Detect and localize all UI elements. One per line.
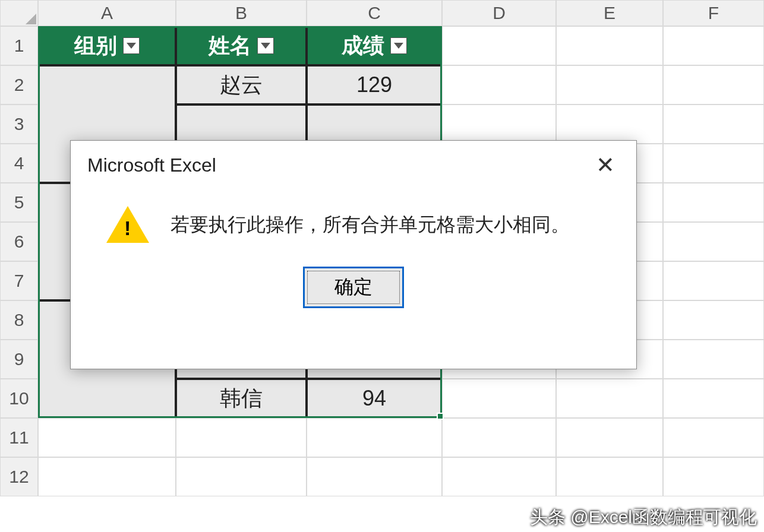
cell-F5[interactable] bbox=[663, 183, 764, 222]
header-score[interactable]: 成绩 bbox=[307, 26, 442, 65]
filter-dropdown-icon[interactable] bbox=[390, 37, 407, 54]
cell-D10[interactable] bbox=[442, 379, 556, 418]
cell-C3[interactable] bbox=[307, 104, 442, 144]
col-header-E[interactable]: E bbox=[556, 0, 663, 26]
row-header-5[interactable]: 5 bbox=[0, 183, 38, 222]
cell-C12[interactable] bbox=[307, 457, 442, 496]
cell-A12[interactable] bbox=[38, 457, 176, 496]
header-group[interactable]: 组别 bbox=[38, 26, 176, 65]
row-header-4[interactable]: 4 bbox=[0, 144, 38, 183]
col-header-B[interactable]: B bbox=[176, 0, 307, 26]
header-score-label: 成绩 bbox=[342, 31, 384, 61]
filter-dropdown-icon[interactable] bbox=[123, 37, 140, 54]
header-group-label: 组别 bbox=[74, 31, 117, 61]
row-header-7[interactable]: 7 bbox=[0, 261, 38, 300]
dialog-message: 若要执行此操作，所有合并单元格需大小相同。 bbox=[171, 210, 570, 239]
col-header-D[interactable]: D bbox=[442, 0, 556, 26]
row-header-6[interactable]: 6 bbox=[0, 222, 38, 261]
header-name[interactable]: 姓名 bbox=[176, 26, 307, 65]
cell-E2[interactable] bbox=[556, 65, 663, 104]
row-header-11[interactable]: 11 bbox=[0, 418, 38, 457]
select-all-corner[interactable] bbox=[0, 0, 38, 26]
cell-F12[interactable] bbox=[663, 457, 764, 496]
filter-dropdown-icon[interactable] bbox=[257, 37, 274, 54]
col-header-A[interactable]: A bbox=[38, 0, 176, 26]
row-header-8[interactable]: 8 bbox=[0, 300, 38, 340]
cell-B10[interactable]: 韩信 bbox=[176, 379, 307, 418]
cell-B11[interactable] bbox=[176, 418, 307, 457]
header-name-label: 姓名 bbox=[209, 31, 251, 61]
cell-E12[interactable] bbox=[556, 457, 663, 496]
warning-icon bbox=[106, 206, 149, 243]
alert-dialog: Microsoft Excel ✕ 若要执行此操作，所有合并单元格需大小相同。 … bbox=[70, 140, 637, 369]
cell-E3[interactable] bbox=[556, 104, 663, 144]
cell-B3[interactable] bbox=[176, 104, 307, 144]
cell-F8[interactable] bbox=[663, 300, 764, 340]
row-header-3[interactable]: 3 bbox=[0, 104, 38, 144]
cell-F1[interactable] bbox=[663, 26, 764, 65]
cell-E1[interactable] bbox=[556, 26, 663, 65]
cell-F6[interactable] bbox=[663, 222, 764, 261]
dialog-title: Microsoft Excel bbox=[87, 154, 216, 176]
row-header-1[interactable]: 1 bbox=[0, 26, 38, 65]
cell-F10[interactable] bbox=[663, 379, 764, 418]
cell-A11[interactable] bbox=[38, 418, 176, 457]
cell-F2[interactable] bbox=[663, 65, 764, 104]
cell-F11[interactable] bbox=[663, 418, 764, 457]
cell-E11[interactable] bbox=[556, 418, 663, 457]
cell-C11[interactable] bbox=[307, 418, 442, 457]
row-header-9[interactable]: 9 bbox=[0, 340, 38, 379]
cell-D11[interactable] bbox=[442, 418, 556, 457]
cell-F4[interactable] bbox=[663, 144, 764, 183]
row-header-10[interactable]: 10 bbox=[0, 379, 38, 418]
row-header-12[interactable]: 12 bbox=[0, 457, 38, 496]
cell-B2[interactable]: 赵云 bbox=[176, 65, 307, 104]
cell-C2[interactable]: 129 bbox=[307, 65, 442, 104]
cell-B12[interactable] bbox=[176, 457, 307, 496]
col-header-C[interactable]: C bbox=[307, 0, 442, 26]
cell-F7[interactable] bbox=[663, 261, 764, 300]
cell-D1[interactable] bbox=[442, 26, 556, 65]
cell-C10[interactable]: 94 bbox=[307, 379, 442, 418]
cell-D3[interactable] bbox=[442, 104, 556, 144]
cell-F9[interactable] bbox=[663, 340, 764, 379]
close-icon[interactable]: ✕ bbox=[591, 154, 620, 176]
cell-D12[interactable] bbox=[442, 457, 556, 496]
cell-F3[interactable] bbox=[663, 104, 764, 144]
ok-button[interactable]: 确定 bbox=[303, 267, 404, 308]
col-header-F[interactable]: F bbox=[663, 0, 764, 26]
watermark-text: 头条 @Excel函数编程可视化 bbox=[530, 505, 757, 530]
cell-D2[interactable] bbox=[442, 65, 556, 104]
row-header-2[interactable]: 2 bbox=[0, 65, 38, 104]
cell-E10[interactable] bbox=[556, 379, 663, 418]
